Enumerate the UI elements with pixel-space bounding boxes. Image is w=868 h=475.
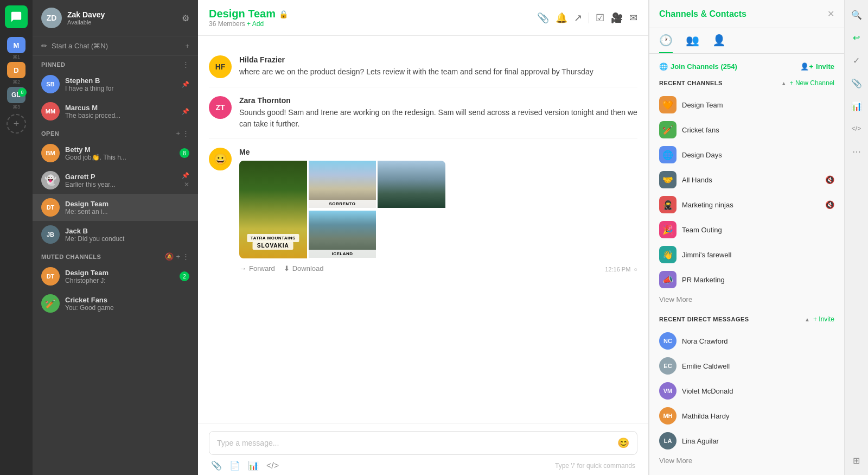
view-more-dm[interactable]: View More — [659, 453, 834, 468]
collage-image-4[interactable]: ICELAND — [309, 211, 376, 258]
chat-info-design: Design Team Me: sent an i... — [65, 200, 189, 216]
file-icon[interactable]: 📄 — [229, 460, 240, 471]
collage-image-2[interactable]: SORRENTO — [309, 161, 376, 208]
download-icon: ⬇ — [284, 264, 290, 273]
join-channels-button[interactable]: 🌐 Join Channels (254) — [659, 62, 737, 71]
attach-file-icon[interactable]: 📎 — [211, 460, 222, 471]
dm-lina[interactable]: LA Lina Aguilar — [659, 428, 834, 453]
open-add-icon[interactable]: + — [176, 129, 180, 137]
search-mini-icon[interactable]: 🔍 — [847, 5, 866, 24]
app-logo[interactable] — [5, 5, 28, 28]
check-mini-icon[interactable]: ✓ — [847, 51, 866, 69]
channel-name-design-days: Design Days — [682, 151, 834, 159]
invite-label: Invite — [816, 62, 834, 71]
invite-button[interactable]: 👤+ Invite — [800, 62, 834, 71]
pinned-chat-marcus[interactable]: MM Marcus M The basic proced... 📌 — [33, 98, 198, 125]
dm-avatar-lina: LA — [659, 432, 676, 449]
forward-button[interactable]: → Forward — [239, 264, 275, 273]
chat-meta-stephen: 📌 — [182, 81, 189, 88]
channel-name: Design Team — [209, 8, 276, 20]
refresh-mini-icon[interactable]: ↩ — [847, 28, 866, 47]
new-chat-button[interactable]: ✏ Start a Chat (⌘N) + — [33, 36, 198, 56]
messages-area: HF Hilda Frazier where are we on the pro… — [198, 36, 648, 423]
pin-icon-marcus: 📌 — [182, 108, 189, 115]
channel-cricket-fans[interactable]: 🏏 Cricket fans — [659, 117, 834, 142]
grid-mini-icon[interactable]: ⊞ — [847, 451, 866, 470]
channel-all-hands[interactable]: 🤝 All Hands 🔇 — [659, 167, 834, 192]
task-icon[interactable]: ☑ — [596, 12, 604, 24]
dm-name-violet: Violet McDonald — [682, 387, 733, 395]
mute-icon[interactable]: 🔔 — [556, 12, 567, 24]
collapse-dm-icon[interactable]: ▲ — [805, 316, 810, 322]
channel-name-design: Design Team — [682, 101, 834, 109]
right-panel-close-button[interactable]: ✕ — [827, 9, 834, 19]
add-members-link[interactable]: + Add — [247, 20, 264, 28]
dm-mathilda[interactable]: MH Mathilda Hardy — [659, 403, 834, 428]
channel-marketing-ninjas[interactable]: 🥷 Marketing ninjas 🔇 — [659, 192, 834, 217]
image-label-sorrento: SORRENTO — [309, 200, 376, 208]
download-button[interactable]: ⬇ Download — [284, 264, 324, 273]
workspace-item-m[interactable]: M ⌘1 — [5, 37, 28, 60]
email-icon[interactable]: ✉ — [629, 12, 637, 24]
muted-more-icon[interactable]: ⋮ — [182, 252, 189, 261]
channel-pr-marketing[interactable]: 📣 PR Marketing — [659, 267, 834, 292]
emoji-button[interactable]: 😊 — [617, 437, 629, 449]
tab-team[interactable]: 👥 — [686, 28, 699, 53]
collapse-channels-icon[interactable]: ▲ — [781, 80, 787, 86]
open-chat-design-team[interactable]: DT Design Team Me: sent an i... — [33, 194, 198, 221]
workspace-item-gd[interactable]: GD 8 ⌘3 — [5, 87, 28, 110]
code-mini-icon[interactable]: </> — [847, 119, 866, 138]
channel-jimmis-farewell[interactable]: 👋 Jimmi's farewell — [659, 242, 834, 267]
video-icon[interactable]: 🎥 — [611, 12, 623, 24]
muted-chat-design[interactable]: DT Design Team Christopher J: 2 — [33, 263, 198, 290]
share-icon[interactable]: ↗ — [574, 12, 582, 24]
chat-subtitle: 36 Members + Add — [209, 20, 532, 28]
right-panel-title: Channels & Contacts — [659, 9, 827, 19]
open-chat-garrett[interactable]: 👻 Garrett P Earlier this year... 📌 ✕ — [33, 167, 198, 194]
chart-mini-icon[interactable]: 📊 — [847, 97, 866, 115]
pin-icon: 📌 — [182, 81, 189, 88]
user-name: Zak Davey — [67, 10, 176, 19]
new-channel-button[interactable]: + New Channel — [790, 79, 834, 87]
collage-image-1[interactable]: TATRA MOUNTAINSSLOVAKIA — [239, 161, 307, 258]
workspace-item-d[interactable]: D ⌘2 — [5, 62, 28, 85]
message-content-me: Me TATRA MOUNTAINSSLOVAKIA SORRENTO ICEL… — [239, 148, 637, 273]
pinned-label: PINNED — [41, 61, 179, 68]
dm-nora[interactable]: NC Nora Crawford — [659, 328, 834, 353]
channel-design-days[interactable]: 🌐 Design Days — [659, 142, 834, 167]
attach-mini-icon[interactable]: 📎 — [847, 74, 866, 92]
member-count: 36 Members — [209, 20, 245, 28]
muted-add-icon[interactable]: + — [176, 252, 180, 261]
settings-button[interactable]: ⚙ — [182, 13, 189, 23]
sidebar: ZD Zak Davey Available ⚙ ✏ Start a Chat … — [33, 0, 198, 475]
analytics-icon[interactable]: 📊 — [248, 460, 259, 471]
open-chat-betty[interactable]: BM Betty M Good job👏. This h... 8 — [33, 140, 198, 167]
attachment-icon[interactable]: 📎 — [537, 12, 549, 24]
muted-mute-icon[interactable]: 🔕 — [165, 252, 174, 261]
right-panel-content: 🌐 Join Channels (254) 👤+ Invite RECENT C… — [649, 54, 844, 475]
chat-avatar-cricket: 🏏 — [41, 294, 60, 313]
open-chat-jack[interactable]: JB Jack B Me: Did you conduct — [33, 221, 198, 248]
chat-name-betty: Betty M — [65, 145, 174, 154]
dm-emilie[interactable]: EC Emilie Caldwell — [659, 353, 834, 378]
message-input[interactable] — [217, 439, 617, 447]
muted-chat-cricket[interactable]: 🏏 Cricket Fans You: Good game — [33, 290, 198, 317]
more-mini-icon[interactable]: ⋯ — [847, 142, 866, 161]
invite-dm-button[interactable]: + Invite — [813, 315, 834, 323]
channel-team-outing[interactable]: 🎉 Team Outing — [659, 217, 834, 242]
pinned-chat-stephen[interactable]: SB Stephen B I have a thing for 📌 — [33, 71, 198, 98]
tab-person[interactable]: 👤 — [712, 28, 726, 53]
pinned-more-icon[interactable]: ⋮ — [182, 60, 189, 68]
close-icon-garrett[interactable]: ✕ — [184, 181, 189, 188]
open-more-icon[interactable]: ⋮ — [182, 129, 189, 137]
dm-violet[interactable]: VM Violet McDonald — [659, 378, 834, 403]
add-workspace-button[interactable]: + — [7, 114, 26, 134]
collage-image-3[interactable] — [378, 161, 445, 208]
open-section-actions: + ⋮ — [176, 129, 189, 137]
channel-design-team[interactable]: 🧡 Design Team — [659, 92, 834, 117]
join-channels-label: Join Channels (254) — [671, 62, 737, 71]
tab-recent[interactable]: 🕐 — [659, 28, 673, 53]
code-icon[interactable]: </> — [266, 461, 279, 471]
chat-name-jack: Jack B — [65, 227, 189, 235]
view-more-channels[interactable]: View More — [659, 292, 834, 307]
